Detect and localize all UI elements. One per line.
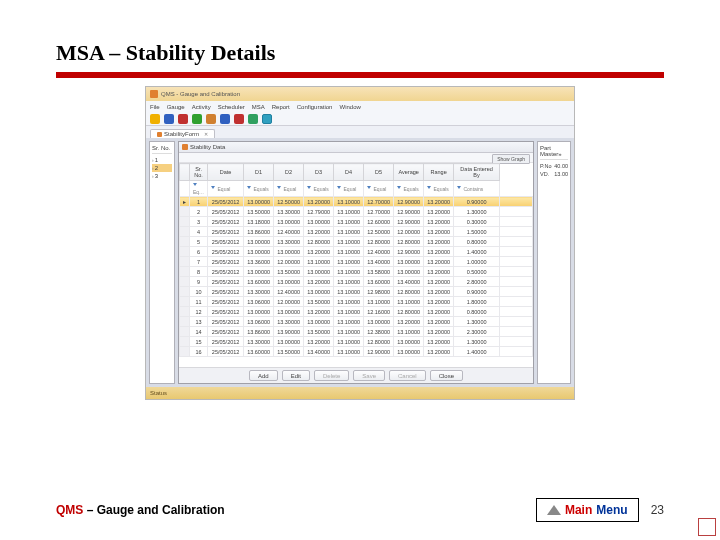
cell: 1.50000: [454, 227, 500, 237]
filter-cell[interactable]: Eq…: [190, 181, 208, 197]
edit-button[interactable]: Edit: [282, 370, 310, 381]
app-icon: [150, 90, 158, 98]
column-header[interactable]: D2: [274, 164, 304, 181]
row-marker: [180, 337, 190, 347]
cell: 13.10000: [334, 257, 364, 267]
toolbar-icon[interactable]: [150, 114, 160, 124]
cell: 25/05/2012: [208, 197, 244, 207]
menu-window[interactable]: Window: [339, 104, 360, 110]
table-row[interactable]: 425/05/201213.8600012.4000013.2000013.10…: [180, 227, 533, 237]
cell: [500, 257, 533, 267]
filter-cell[interactable]: Equal: [364, 181, 394, 197]
cell: 13.20000: [424, 227, 454, 237]
column-header[interactable]: Average: [394, 164, 424, 181]
menu-scheduler[interactable]: Scheduler: [218, 104, 245, 110]
tab-stability-form[interactable]: StabilityForm✕: [150, 129, 215, 138]
add-button[interactable]: Add: [249, 370, 278, 381]
cell: 13.10000: [334, 207, 364, 217]
filter-cell[interactable]: Equals: [304, 181, 334, 197]
left-item[interactable]: ›3: [152, 172, 172, 180]
left-panel: Sr. No. ›1›2›3: [149, 141, 175, 384]
left-item[interactable]: ›1: [152, 156, 172, 164]
table-row[interactable]: 1525/05/201213.3000013.0000013.2000013.1…: [180, 337, 533, 347]
table-row[interactable]: ▸125/05/201213.0000012.5000013.2000013.1…: [180, 197, 533, 207]
table-row[interactable]: 1325/05/201213.0600013.3000013.0000013.1…: [180, 317, 533, 327]
toolbar-icon[interactable]: [234, 114, 244, 124]
menu-gauge[interactable]: Gauge: [167, 104, 185, 110]
table-row[interactable]: 725/05/201213.3600012.0000013.1000013.10…: [180, 257, 533, 267]
cell: 13.20000: [424, 267, 454, 277]
toolbar-icon[interactable]: [220, 114, 230, 124]
column-header[interactable]: Sr. No.: [190, 164, 208, 181]
cell: [500, 327, 533, 337]
column-header[interactable]: D1: [244, 164, 274, 181]
table-row[interactable]: 325/05/201213.1800013.0000013.0000013.10…: [180, 217, 533, 227]
left-item[interactable]: ›2: [152, 164, 172, 172]
filter-cell[interactable]: Equal: [208, 181, 244, 197]
main-menu-button[interactable]: Main Menu: [536, 498, 639, 522]
filter-cell[interactable]: Equal: [274, 181, 304, 197]
toolbar-icon[interactable]: [206, 114, 216, 124]
filter-cell[interactable]: Equal: [334, 181, 364, 197]
cell: 13.20000: [424, 287, 454, 297]
filter-row: Eq… Equal Equals Equal Equals Equal Equa…: [180, 181, 533, 197]
close-icon[interactable]: ✕: [204, 131, 208, 137]
cell: 13.06000: [244, 317, 274, 327]
cell: 12.38000: [364, 327, 394, 337]
table-row[interactable]: 225/05/201213.5000013.3000012.7900013.10…: [180, 207, 533, 217]
row-marker: [180, 287, 190, 297]
table-row[interactable]: 1025/05/201213.3000012.4000013.0000013.1…: [180, 287, 533, 297]
close-button[interactable]: Close: [430, 370, 463, 381]
table-row[interactable]: 1125/05/201213.0600012.0000013.5000013.1…: [180, 297, 533, 307]
column-header[interactable]: Range: [424, 164, 454, 181]
cell: 13.20000: [304, 277, 334, 287]
work-area: Sr. No. ›1›2›3 Stability Data Show Graph…: [146, 138, 574, 387]
right-panel: Part Master» P.No40.00VD.13.00: [537, 141, 571, 384]
cell: 13.40000: [304, 347, 334, 357]
toolbar-icon[interactable]: [248, 114, 258, 124]
toolbar-icon[interactable]: [192, 114, 202, 124]
column-header[interactable]: Date: [208, 164, 244, 181]
cell: 13.00000: [394, 347, 424, 357]
column-header[interactable]: D3: [304, 164, 334, 181]
filter-cell[interactable]: Equals: [424, 181, 454, 197]
table-row[interactable]: 825/05/201213.0000013.5000013.0000013.10…: [180, 267, 533, 277]
table-row[interactable]: 1425/05/201213.8600013.9000013.5000013.1…: [180, 327, 533, 337]
cell: 25/05/2012: [208, 337, 244, 347]
menu-report[interactable]: Report: [272, 104, 290, 110]
cell: 12.80000: [364, 237, 394, 247]
main-menu-label-a: Main: [565, 503, 592, 517]
table-row[interactable]: 625/05/201213.0000013.0000013.2000013.10…: [180, 247, 533, 257]
menu-file[interactable]: File: [150, 104, 160, 110]
menu-configuration[interactable]: Configuration: [297, 104, 333, 110]
cell: 12.70000: [364, 207, 394, 217]
table-row[interactable]: 1625/05/201213.6000013.5000013.4000013.1…: [180, 347, 533, 357]
table-row[interactable]: 525/05/201213.0000013.3000012.8000013.10…: [180, 237, 533, 247]
filter-cell[interactable]: Contains: [454, 181, 500, 197]
column-header[interactable]: D4: [334, 164, 364, 181]
row-marker: ▸: [180, 197, 190, 207]
filter-cell[interactable]: Equals: [394, 181, 424, 197]
toolbar-icon[interactable]: [178, 114, 188, 124]
cell: 13.20000: [304, 247, 334, 257]
cell: [500, 287, 533, 297]
table-row[interactable]: 925/05/201213.6000013.0000013.2000013.10…: [180, 277, 533, 287]
cell: 13.30000: [244, 287, 274, 297]
cell: 13.20000: [304, 307, 334, 317]
cell: 12.90000: [364, 347, 394, 357]
toolbar-icon[interactable]: [164, 114, 174, 124]
column-header[interactable]: Data Entered By: [454, 164, 500, 181]
table-row[interactable]: 1225/05/201213.0000013.0000013.2000013.1…: [180, 307, 533, 317]
cell: 16: [190, 347, 208, 357]
cell: [500, 317, 533, 327]
column-header[interactable]: D5: [364, 164, 394, 181]
toolbar-icon[interactable]: [262, 114, 272, 124]
cell: 12.40000: [364, 247, 394, 257]
cell: 13.10000: [334, 337, 364, 347]
menu-activity[interactable]: Activity: [192, 104, 211, 110]
cell: 12.50000: [274, 197, 304, 207]
cell: 12.50000: [364, 227, 394, 237]
filter-cell[interactable]: Equals: [244, 181, 274, 197]
menu-msa[interactable]: MSA: [252, 104, 265, 110]
row-marker: [180, 317, 190, 327]
